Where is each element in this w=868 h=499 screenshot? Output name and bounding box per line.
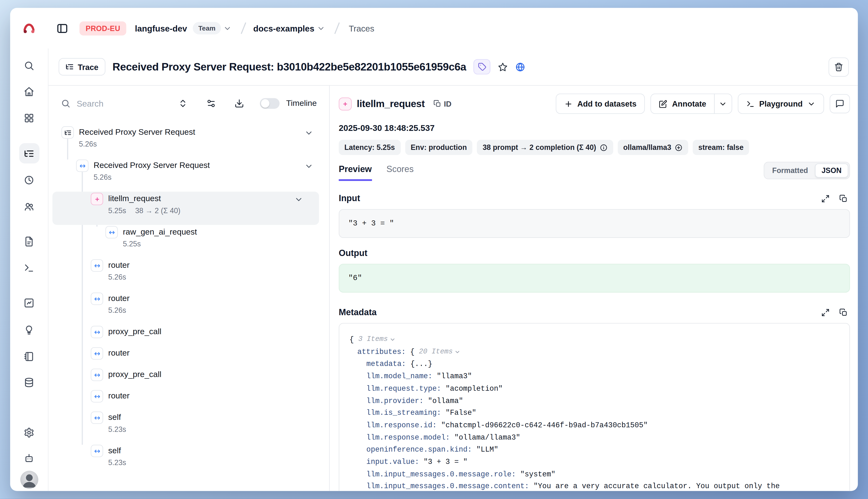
home-icon[interactable] [19,81,39,101]
json-line: llm.is_streaming: "False" [339,407,843,419]
observation-duration: 5.26s [94,173,112,182]
terminal-icon[interactable] [19,258,39,278]
plus-circle-icon[interactable] [675,143,683,151]
observation-name: proxy_pre_call [108,369,161,380]
copy-id-button[interactable]: ID [433,100,452,108]
format-option-json[interactable]: JSON [815,163,848,178]
format-toggle: Formatted JSON [764,162,850,179]
globe-icon[interactable] [515,62,525,72]
project-name[interactable]: docs-examples [253,23,315,33]
expand-icon[interactable] [821,308,830,316]
list-tree-icon [65,63,74,71]
playground-label: Playground [759,99,803,108]
observation-duration: 5.26s [108,306,126,315]
observation-header: litellm_request ID Add to datasets [339,94,850,114]
chevron-down-icon[interactable] [294,195,303,204]
tree-row[interactable]: litellm_request 5.25s38 → 2 (Σ 40) [52,192,319,225]
metric-badge: ollama/llama3 [618,140,688,155]
tag-icon[interactable] [474,59,490,74]
chevron-down-icon[interactable] [304,129,313,137]
observation-type-icon [91,259,103,272]
project-switcher-chevron-icon[interactable] [317,24,325,33]
collapse-chevron-icon[interactable] [454,349,461,355]
comments-icon[interactable] [830,94,850,113]
trace-badge-label: Trace [78,62,98,71]
annotate-button[interactable]: Annotate [650,94,714,114]
tree-row[interactable]: router 5.26s [48,258,329,291]
tree-row[interactable]: router [48,389,329,411]
file-text-icon[interactable] [19,231,39,252]
collapse-chevron-icon[interactable] [390,337,396,343]
input-section-title: Input [339,193,360,204]
item-count[interactable]: 3 Items [358,334,388,346]
observation-type-icon [91,390,103,402]
users-icon[interactable] [19,196,39,216]
grid-icon[interactable] [19,108,39,128]
tree-row[interactable]: self 5.23s [48,444,329,477]
annotate-label: Annotate [672,99,706,108]
tree-row[interactable]: raw_gen_ai_request 5.25s [48,225,329,258]
metadata-json-viewer: { 3 Itemsattributes: { 20 Itemsmetadata:… [339,323,850,491]
tree-row[interactable]: router 5.26s [48,291,329,325]
bot-icon[interactable] [19,448,39,468]
filter-settings-icon[interactable] [206,98,216,108]
user-avatar[interactable] [20,471,38,489]
tree-row[interactable]: router [48,346,329,368]
metadata-section-header: Metadata [339,307,850,317]
json-key: llm.input_messages.0.message.content: [366,480,534,491]
search-input[interactable] [77,98,135,108]
trace-header: Trace Received Proxy Server Request: b30… [48,48,858,86]
expand-icon[interactable] [821,194,830,203]
chevron-down-icon[interactable] [304,162,313,171]
observation-meta: 5.26s [108,306,130,315]
org-switcher-chevron-icon[interactable] [223,24,232,33]
breadcrumb-divider [240,21,248,36]
timeline-toggle[interactable] [260,98,279,109]
notebook-icon[interactable] [19,346,39,366]
observation-meta: 5.25s [123,240,197,248]
search-icon[interactable] [19,55,39,75]
observation-name: proxy_pre_call [108,327,161,337]
observation-title: litellm_request [357,98,425,109]
observation-name: Received Proxy Server Request [94,160,210,171]
tree-row[interactable]: self 5.23s [48,411,329,444]
json-line: llm.input_messages.0.message.role: "syst… [339,468,843,480]
add-to-datasets-button[interactable]: Add to datasets [556,94,645,114]
json-brace: { [350,334,358,346]
item-count[interactable]: 20 Items [419,346,453,358]
org-name[interactable]: langfuse-dev [135,23,187,33]
tree-row[interactable]: Received Proxy Server Request 5.26s [48,158,329,192]
download-icon[interactable] [234,98,244,108]
database-icon[interactable] [19,372,39,392]
tab-scores[interactable]: Scores [386,164,414,181]
tree-row[interactable]: Received Proxy Server Request 5.26s [48,125,329,158]
copy-icon[interactable] [839,308,848,316]
tree-row[interactable]: proxy_pre_call [48,325,329,346]
format-option-formatted[interactable]: Formatted [766,163,815,178]
sidebar-toggle-icon[interactable] [54,20,71,37]
copy-icon[interactable] [839,194,848,203]
breadcrumb-divider [333,21,341,36]
tree-row[interactable]: proxy_pre_call [48,368,329,389]
org-plan-badge: Team [193,22,221,34]
app-header: PROD-EU langfuse-dev Team docs-examples … [10,8,858,49]
clock-icon[interactable] [19,170,39,190]
observation-name: router [108,391,130,402]
info-icon[interactable] [600,143,608,151]
star-icon[interactable] [498,62,508,72]
lightbulb-icon[interactable] [19,319,39,340]
breadcrumb-traces[interactable]: Traces [349,23,374,33]
gear-icon[interactable] [19,422,39,442]
badge-label: Latency: 5.25s [344,143,395,151]
observation-duration: 5.25s [123,240,141,248]
playground-button[interactable]: Playground [738,94,824,114]
json-value: "system" [521,468,555,480]
expand-all-icon[interactable] [178,98,188,108]
env-badge: PROD-EU [80,21,126,35]
trash-icon[interactable] [829,57,849,76]
json-line: openinference.span.kind: "LLM" [339,444,843,456]
chart-arrow-icon[interactable] [19,293,39,313]
annotate-dropdown-chevron-icon[interactable] [714,94,732,114]
tab-preview[interactable]: Preview [339,164,372,181]
list-tree-icon[interactable] [19,143,39,163]
